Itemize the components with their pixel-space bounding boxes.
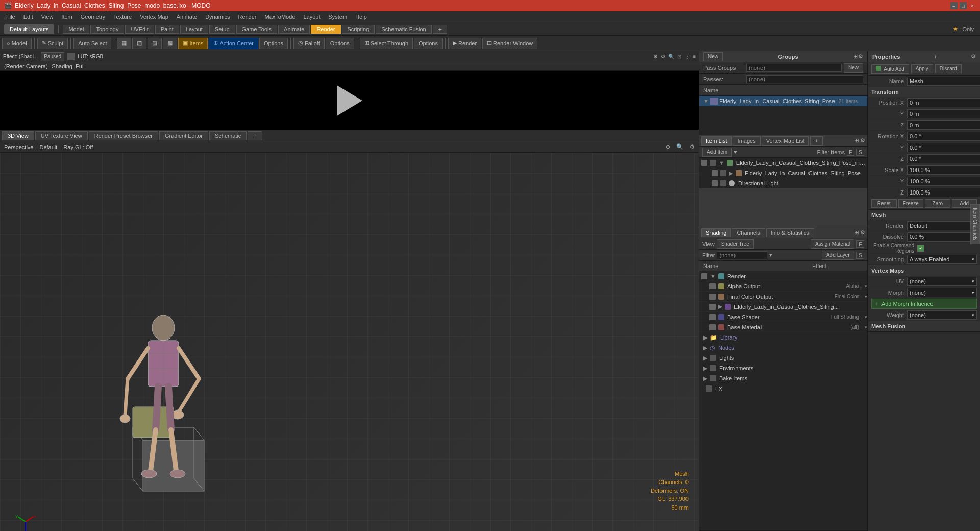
3d-viewport[interactable]: Perspective Default Ray GL: Off ⊕ 🔍 ⚙ — [0, 141, 699, 531]
groups-expand-icon[interactable]: ⊞ — [853, 53, 858, 60]
shader-fx-row[interactable]: FX — [699, 383, 867, 394]
lock-icon-3[interactable] — [720, 180, 726, 186]
position-x-input[interactable] — [907, 98, 980, 107]
groups-settings-icon[interactable]: ⚙ — [858, 53, 863, 60]
preview-icon-5[interactable]: ⋮ — [684, 54, 690, 59]
tab-images[interactable]: Images — [733, 136, 761, 146]
scale-y-input[interactable] — [907, 177, 980, 186]
lock-icon-2[interactable] — [720, 170, 726, 176]
shader-render-row[interactable]: ▼ Render — [699, 271, 867, 281]
new-group-button[interactable]: New — [703, 52, 723, 61]
ilist-expand-icon[interactable]: ⊞ — [854, 137, 859, 144]
vp-ctrl-1[interactable]: ⊕ — [666, 143, 670, 150]
tab-uv-texture-view[interactable]: UV Texture View — [35, 131, 88, 140]
ilist-f-key[interactable]: F — [847, 149, 854, 156]
tab-schematic[interactable]: Schematic — [209, 131, 247, 140]
menu-animate[interactable]: Animate — [173, 13, 201, 21]
menu-geometry[interactable]: Geometry — [77, 13, 109, 21]
default-layouts-dropdown[interactable]: Default Layouts — [4, 24, 54, 34]
add-item-list-tab[interactable]: + — [810, 136, 822, 146]
shader-environments-row[interactable]: ▶ Environments — [699, 363, 867, 373]
shader-nodes-row[interactable]: ▶ ◎ Nodes — [699, 343, 867, 353]
preview-icon-2[interactable]: ↺ — [661, 54, 665, 59]
menu-item[interactable]: Item — [57, 13, 76, 21]
assign-material-button[interactable]: Assign Material — [811, 239, 854, 249]
eye-icon-3[interactable] — [712, 180, 718, 186]
ilist-s-key[interactable]: S — [856, 149, 864, 156]
eye-icon-2[interactable] — [712, 170, 718, 176]
lock-icon[interactable] — [710, 160, 716, 166]
preview-icon-6[interactable]: ≡ — [693, 54, 696, 59]
mesh-fusion-header[interactable]: Mesh Fusion — [868, 321, 980, 331]
rotation-y-input[interactable] — [907, 143, 980, 152]
shader-eye-fc[interactable] — [709, 294, 716, 300]
apply-button[interactable]: Apply — [911, 64, 933, 73]
menu-vertex-map[interactable]: Vertex Map — [136, 13, 173, 21]
menu-system[interactable]: System — [324, 13, 351, 21]
vp-ctrl-3[interactable]: ⚙ — [690, 143, 695, 150]
preview-icon-4[interactable]: ⊡ — [677, 54, 681, 59]
tab-item-list[interactable]: Item List — [701, 136, 732, 146]
maximize-button[interactable]: □ — [960, 2, 967, 9]
expand-icon-2[interactable]: ▶ — [729, 170, 733, 177]
mesh-icon-btn4[interactable]: ▩ — [163, 38, 177, 49]
tab-schematic-fusion[interactable]: Schematic Fusion — [376, 25, 431, 34]
tab-paint[interactable]: Paint — [155, 25, 179, 34]
mesh-icon-btn[interactable]: ▦ — [117, 38, 131, 49]
expand-nodes[interactable]: ▶ — [703, 345, 707, 351]
dissolve-input[interactable] — [907, 232, 980, 242]
preview-settings-icon[interactable] — [67, 53, 75, 60]
tab-layout[interactable]: Layout — [180, 25, 208, 34]
options-button-2[interactable]: Options — [326, 38, 354, 49]
play-button[interactable] — [337, 85, 362, 116]
tab-topology[interactable]: Topology — [90, 25, 124, 34]
preview-area[interactable] — [0, 71, 699, 130]
options-button-1[interactable]: Options — [259, 38, 288, 49]
mesh-section-header[interactable]: Mesh — [868, 210, 980, 220]
filter-dropdown[interactable]: ▾ — [769, 252, 772, 258]
weight-dropdown[interactable]: (none) ▾ — [907, 310, 977, 320]
tree-row-scene[interactable]: ▼ Elderly_Lady_in_Casual_Clothes_Siting_… — [699, 158, 867, 168]
select-through-button[interactable]: ⊞ Select Through — [360, 38, 413, 49]
shader-eye-mat[interactable] — [709, 304, 716, 310]
falloff-button[interactable]: ◎ Falloff — [293, 38, 325, 49]
props-expand-icon[interactable]: + — [934, 54, 937, 60]
shader-tree-button[interactable]: Shader Tree — [717, 239, 754, 249]
render-button[interactable]: ▶ Render — [448, 38, 481, 49]
command-regions-checkbox[interactable]: ✓ — [917, 245, 924, 252]
vp-ctrl-2[interactable]: 🔍 — [676, 143, 683, 150]
minimize-button[interactable]: – — [950, 2, 958, 9]
position-y-input[interactable] — [907, 109, 980, 118]
tab-vertex-map-list[interactable]: Vertex Map List — [762, 136, 810, 146]
menu-view[interactable]: View — [37, 13, 58, 21]
group-row[interactable]: ▼ Elderly_Lady_in_Casual_Clothes_Siting_… — [699, 96, 867, 106]
shader-eye-base[interactable] — [709, 314, 716, 320]
shader-bake-row[interactable]: ▶ Bake Items — [699, 373, 867, 383]
close-button[interactable]: × — [969, 2, 976, 9]
item-channels-tab[interactable]: Item Channels — [970, 204, 980, 244]
shader-eye-bm[interactable] — [709, 324, 716, 330]
menu-layout[interactable]: Layout — [299, 13, 324, 21]
scale-x-input[interactable] — [907, 165, 980, 175]
tab-uvedit[interactable]: UVEdit — [125, 25, 154, 34]
menu-texture[interactable]: Texture — [109, 13, 136, 21]
tab-setup[interactable]: Setup — [209, 25, 235, 34]
shading-settings-icon[interactable]: ⚙ — [860, 229, 865, 236]
tree-row-light[interactable]: Directional Light — [699, 178, 867, 188]
position-z-input[interactable] — [907, 120, 980, 130]
titlebar-controls[interactable]: – □ × — [950, 2, 976, 9]
viewport-canvas[interactable]: X Y Z Mesh Channels: 0 Deformers: ON GL:… — [0, 153, 699, 531]
tab-channels[interactable]: Channels — [732, 228, 765, 237]
shader-final-color-row[interactable]: Final Color Output Final Color ▾ — [699, 292, 867, 302]
expand-bake[interactable]: ▶ — [703, 375, 707, 382]
items-button[interactable]: ▣ Items — [178, 38, 208, 49]
shader-base-material-row[interactable]: Base Material (all) ▾ — [699, 322, 867, 332]
tab-model[interactable]: Model — [63, 25, 89, 34]
add-morph-influence-button[interactable]: + Add Morph Influence — [871, 299, 977, 309]
preview-icon-3[interactable]: 🔍 — [668, 54, 674, 59]
menu-file[interactable]: File — [2, 13, 19, 21]
shader-eye[interactable] — [701, 273, 707, 279]
tab-shading[interactable]: Shading — [701, 228, 731, 237]
shader-material-row[interactable]: ▶ Elderly_Lady_in_Casual_Clothes_Siting.… — [699, 302, 867, 312]
expand-icon[interactable]: ▼ — [719, 160, 724, 166]
